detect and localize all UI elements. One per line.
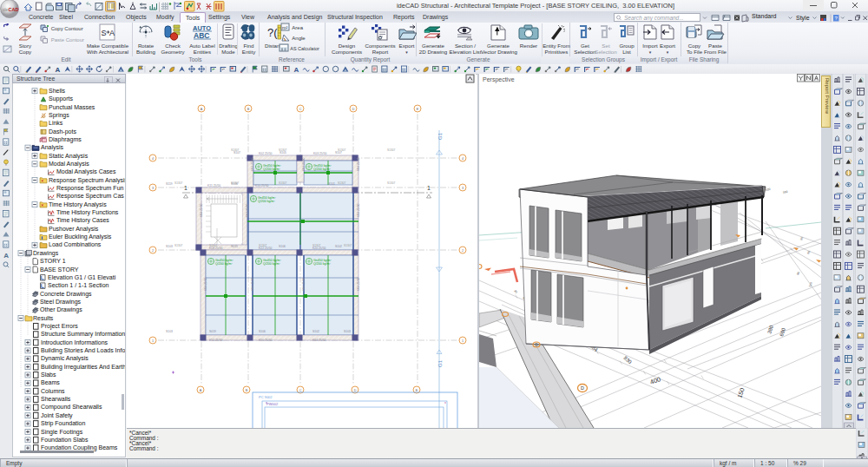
svg-text:S019: S019 — [209, 330, 216, 333]
svg-text:K03 25/50: K03 25/50 — [313, 152, 327, 155]
svg-text:S103: S103 — [166, 330, 173, 333]
svg-text:A: A — [200, 389, 202, 392]
svg-text:S103: S103 — [344, 330, 351, 333]
svg-text:B: B — [247, 108, 250, 111]
svg-text:B: B — [246, 389, 248, 392]
svg-text:?(: ?( — [267, 26, 278, 39]
svg-text:400: 400 — [649, 375, 662, 386]
svg-text:S119: S119 — [166, 182, 173, 186]
svg-text:K10 25/50: K10 25/50 — [255, 184, 269, 187]
svg-text:2: 2 — [462, 249, 464, 253]
svg-text:S102: S102 — [312, 330, 319, 333]
svg-text:Q/200 kg/m²: Q/200 kg/m² — [313, 262, 332, 266]
svg-text:S1307: S1307 — [338, 181, 345, 185]
svg-text:A: A — [3, 252, 9, 260]
svg-text:S1307: S1307 — [209, 244, 217, 247]
svg-text:4: 4 — [152, 157, 154, 161]
svg-text:S106: S106 — [259, 330, 266, 333]
svg-text:K04 25/50: K04 25/50 — [302, 277, 306, 291]
svg-text:K02 25/50: K02 25/50 — [259, 152, 273, 155]
svg-text:K52 25/50: K52 25/50 — [209, 339, 223, 342]
svg-text:2: 2 — [152, 249, 154, 253]
svg-text:S1307: S1307 — [174, 244, 182, 247]
svg-text:65: 65 — [806, 250, 811, 254]
svg-text:3: 3 — [462, 187, 464, 190]
svg-text:CAD: CAD — [9, 7, 19, 12]
svg-text:S1307: S1307 — [259, 244, 266, 247]
svg-text:ABC: ABC — [194, 31, 209, 40]
svg-text:S1307: S1307 — [312, 244, 320, 247]
svg-text:S015: S015 — [231, 245, 238, 248]
svg-text:Q/200 kg/m²: Q/200 kg/m² — [263, 262, 281, 266]
svg-text:S1307: S1307 — [387, 181, 395, 185]
svg-text:S103: S103 — [166, 245, 173, 248]
svg-text:G1: G1 — [437, 359, 443, 367]
svg-text:4: 4 — [462, 157, 464, 161]
svg-text:A: A — [293, 66, 299, 74]
svg-text:1: 1 — [462, 339, 464, 343]
svg-text:K04 25/50: K04 25/50 — [251, 157, 254, 171]
svg-text:90: 90 — [799, 236, 804, 240]
svg-text:G1: G1 — [437, 132, 443, 140]
svg-text:600: 600 — [779, 326, 786, 337]
svg-text:C: C — [299, 389, 302, 392]
svg-text:S1307: S1307 — [231, 148, 239, 152]
svg-text:S1307: S1307 — [387, 148, 395, 152]
svg-text:150: 150 — [736, 387, 745, 398]
svg-text:C: C — [299, 108, 302, 111]
svg-text:D: D — [352, 108, 355, 111]
svg-text:120: 120 — [808, 281, 813, 287]
svg-text:S1307: S1307 — [174, 181, 182, 185]
svg-text:K04 25/50: K04 25/50 — [302, 157, 306, 171]
svg-text:Q/200 kg/m²: Q/200 kg/m² — [263, 168, 281, 171]
svg-text:360: 360 — [782, 190, 788, 194]
svg-text:K04 25/50: K04 25/50 — [251, 277, 254, 291]
svg-text:S1307: S1307 — [279, 148, 286, 152]
svg-text:K64 25/50: K64 25/50 — [312, 339, 326, 342]
svg-text:Q/200 kg/m²: Q/200 kg/m² — [258, 200, 276, 203]
svg-text:K04 25/50: K04 25/50 — [204, 277, 207, 291]
svg-text:3: 3 — [152, 187, 154, 190]
svg-text:D: D — [581, 385, 584, 391]
svg-text:1: 1 — [427, 185, 431, 191]
svg-text:30: 30 — [513, 289, 518, 294]
svg-text:Q/200 kg/m²: Q/200 kg/m² — [313, 168, 332, 171]
svg-text:PC 9002: PC 9002 — [259, 395, 273, 399]
svg-text:K04 25/50: K04 25/50 — [246, 203, 249, 217]
svg-text:K04 25/50: K04 25/50 — [357, 277, 360, 291]
svg-text:86: 86 — [796, 271, 800, 275]
svg-text:S101: S101 — [328, 182, 335, 186]
svg-text:E: E — [416, 389, 418, 392]
svg-text:S1307: S1307 — [279, 181, 286, 185]
svg-text:K50 25/50: K50 25/50 — [259, 339, 273, 342]
svg-text:1: 1 — [184, 185, 187, 191]
svg-text:K04 25/50: K04 25/50 — [357, 157, 360, 171]
svg-text:S1307: S1307 — [231, 181, 239, 185]
svg-text:A: A — [201, 108, 203, 111]
svg-text:S1307: S1307 — [344, 244, 352, 247]
svg-text:380: 380 — [766, 324, 774, 334]
svg-text:Q/200 kg/m²: Q/200 kg/m² — [215, 262, 233, 266]
svg-text:E: E — [417, 108, 419, 111]
svg-text:A: A — [109, 29, 115, 37]
svg-text:S1307: S1307 — [338, 148, 345, 152]
svg-text:A: A — [56, 66, 61, 74]
svg-text:K04 25/50: K04 25/50 — [200, 203, 203, 217]
svg-text:m²: m² — [282, 25, 288, 30]
svg-text:420: 420 — [765, 187, 771, 192]
svg-text:PW002: PW002 — [266, 402, 279, 406]
svg-text:S106: S106 — [279, 245, 286, 248]
svg-text:S: S — [102, 29, 107, 37]
svg-text:D: D — [354, 389, 357, 392]
svg-text:Style: Style — [796, 15, 810, 22]
svg-text:K11 25/50: K11 25/50 — [207, 184, 220, 187]
svg-text:K04 25/50: K04 25/50 — [357, 203, 360, 217]
svg-text:1: 1 — [152, 339, 154, 343]
svg-text:S102: S102 — [335, 245, 342, 248]
